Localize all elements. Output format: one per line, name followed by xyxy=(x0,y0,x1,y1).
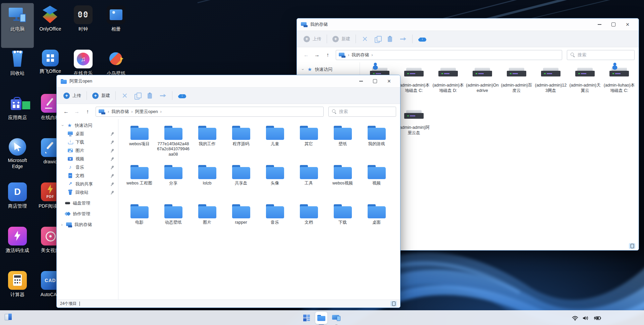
search-box[interactable] xyxy=(567,50,635,60)
drive-item[interactable]: (admin-admin)123网盘 xyxy=(534,65,568,107)
desktop-icon[interactable]: 商店管理 xyxy=(1,180,34,225)
breadcrumb-item[interactable]: 我的存储 xyxy=(352,52,369,58)
move-icon[interactable] xyxy=(399,36,407,42)
pin-icon[interactable] xyxy=(109,181,115,187)
back-button[interactable]: ← xyxy=(301,52,312,58)
paste-icon[interactable] xyxy=(147,92,154,99)
desktop-icon[interactable]: 时钟 xyxy=(67,3,99,48)
breadcrumb-item[interactable]: 我的存储 xyxy=(111,109,129,115)
battery-charging-icon[interactable] xyxy=(593,316,601,320)
folder-item[interactable]: rapper xyxy=(224,200,258,239)
sidebar-quick-item[interactable]: 桌面 xyxy=(57,129,118,138)
upload-button[interactable]: 上传 xyxy=(304,36,321,42)
close-button[interactable] xyxy=(621,19,635,30)
desktop-icon[interactable]: OnlyOffice xyxy=(34,3,66,48)
cut-icon[interactable] xyxy=(121,92,128,99)
folder-item[interactable]: 文档 xyxy=(292,200,326,239)
sidebar-quick-item[interactable]: 回收站 xyxy=(57,188,118,197)
wifi-icon[interactable] xyxy=(572,316,578,321)
folder-item[interactable]: 壁纸 xyxy=(326,122,360,161)
pin-icon[interactable] xyxy=(109,189,115,195)
pin-icon[interactable] xyxy=(109,173,115,178)
sidebar-quick-access[interactable]: 快速访问 xyxy=(57,121,118,129)
sidebar-item-collaboration[interactable]: 协作管理 xyxy=(57,210,118,218)
folder-item[interactable]: 图片 xyxy=(190,200,224,239)
folder-item[interactable]: 程序源码 xyxy=(224,122,258,161)
folder-item[interactable]: webos项目 xyxy=(122,122,156,161)
folder-item[interactable]: 头像 xyxy=(258,161,292,200)
cut-icon[interactable] xyxy=(361,36,369,42)
folder-item[interactable]: 777e14f3d42a4867a2c841079946aa08 xyxy=(156,122,190,161)
sidebar-item-my-storage[interactable]: 我的存储 xyxy=(57,220,118,229)
desktop-icon[interactable]: 应用商店 xyxy=(1,92,34,136)
desktop-icon[interactable]: 激活码生成 xyxy=(1,225,34,269)
drive-item[interactable]: (admin-admin)百度云 xyxy=(499,65,534,107)
folder-item[interactable]: 共享盘 xyxy=(224,161,258,200)
app-grid-button[interactable] xyxy=(303,311,311,325)
view-toggle-button[interactable] xyxy=(629,243,635,249)
new-button[interactable]: 新建 xyxy=(332,36,350,42)
folder-item[interactable]: 桌面 xyxy=(360,200,393,239)
sidebar-quick-access[interactable]: 快速访问 xyxy=(297,65,360,73)
pin-icon[interactable] xyxy=(109,156,115,162)
desktop-icon[interactable]: 回收站 xyxy=(1,48,34,92)
sidebar-quick-item[interactable]: 下载 xyxy=(57,138,118,146)
drive-item[interactable]: (admin-admin)天翼云 xyxy=(568,65,602,107)
folder-item[interactable]: webos视频 xyxy=(326,161,360,200)
search-box[interactable] xyxy=(328,107,396,117)
drive-item[interactable]: (admin-admin)本地磁盘 C: xyxy=(397,65,431,107)
minimize-button[interactable] xyxy=(354,76,368,86)
move-icon[interactable] xyxy=(159,92,167,99)
pin-icon[interactable] xyxy=(109,148,115,153)
breadcrumb[interactable]: 我的存储 xyxy=(336,50,562,60)
breadcrumb-item[interactable]: 阿里云open xyxy=(135,109,158,115)
folder-item[interactable]: 儿童 xyxy=(258,122,292,161)
maximize-button[interactable] xyxy=(368,76,382,86)
minimize-button[interactable] xyxy=(592,19,606,30)
paste-icon[interactable] xyxy=(387,36,394,42)
volume-icon[interactable] xyxy=(583,316,589,321)
back-button[interactable]: ← xyxy=(61,109,71,115)
desktop-icon[interactable]: 计算器 xyxy=(1,269,34,313)
folder-item[interactable]: webos 工程图 xyxy=(122,161,156,200)
drive-item[interactable]: (admin-admin)阿里云盘 xyxy=(397,107,431,150)
folder-item[interactable]: 我的工作 xyxy=(190,122,224,161)
folder-item[interactable]: 动态壁纸 xyxy=(156,200,190,239)
breadcrumb[interactable]: 我的存储 阿里云open xyxy=(96,107,324,117)
sidebar-item-disk-management[interactable]: 磁盘管理 xyxy=(57,199,118,207)
start-button[interactable] xyxy=(4,313,14,323)
copy-icon[interactable] xyxy=(374,36,381,42)
taskbar-my-storage[interactable] xyxy=(332,311,341,325)
cloud-download-icon[interactable] xyxy=(178,92,186,99)
new-button[interactable]: 新建 xyxy=(92,93,110,99)
cloud-download-icon[interactable] xyxy=(418,36,427,42)
folder-item[interactable]: 其它 xyxy=(292,122,326,161)
pin-icon[interactable] xyxy=(109,164,115,170)
view-toggle-button[interactable] xyxy=(390,301,397,307)
sidebar-quick-item[interactable]: 文档 xyxy=(57,171,118,180)
desktop-icon[interactable]: Microsoft Edge xyxy=(1,136,34,180)
sidebar-quick-item[interactable]: 图片 xyxy=(57,146,118,155)
search-input[interactable] xyxy=(339,109,393,114)
forward-button[interactable]: → xyxy=(312,52,322,58)
folder-item[interactable]: 我的游戏 xyxy=(360,122,393,161)
sidebar-quick-item[interactable]: 我的共享 xyxy=(57,180,118,188)
pin-icon[interactable] xyxy=(109,131,115,137)
up-button[interactable]: ↑ xyxy=(322,52,333,58)
folder-item[interactable]: lolzb xyxy=(190,161,224,200)
folder-item[interactable]: 视频 xyxy=(360,161,393,200)
copy-icon[interactable] xyxy=(134,92,141,99)
chevron-down-icon[interactable] xyxy=(301,67,305,72)
upload-button[interactable]: 上传 xyxy=(63,93,81,99)
forward-button[interactable]: → xyxy=(71,109,82,115)
pin-icon[interactable] xyxy=(109,139,115,145)
desktop-icon[interactable]: 此电脑 xyxy=(1,3,34,48)
chevron-right-icon[interactable] xyxy=(60,222,64,227)
chevron-down-icon[interactable] xyxy=(61,123,64,128)
drive-item[interactable]: (admin-admin)本地磁盘 D: xyxy=(431,65,465,107)
maximize-button[interactable] xyxy=(606,19,621,30)
search-input[interactable] xyxy=(578,52,631,57)
drive-item[interactable]: (admin-admin)Onedrive xyxy=(465,65,499,107)
titlebar[interactable]: 我的存储 xyxy=(297,18,639,31)
folder-item[interactable]: 分享 xyxy=(156,161,190,200)
